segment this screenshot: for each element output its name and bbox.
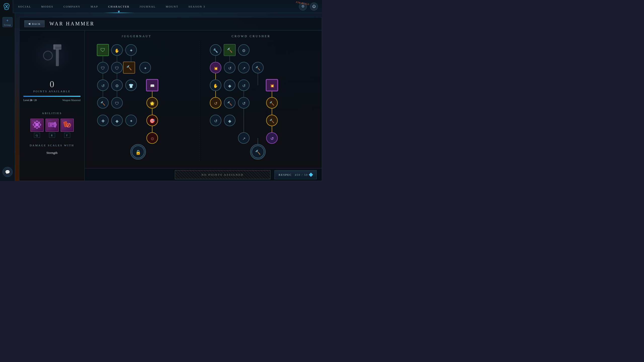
svg-text:🔨: 🔨: [269, 119, 274, 123]
svg-text:↺: ↺: [214, 119, 217, 123]
progress-labels: Level 20 / 20 Weapon Mastered: [23, 99, 80, 102]
ability-slot-f: F: [61, 119, 74, 138]
diamond-icon: [309, 172, 313, 177]
respec-button[interactable]: Respec 450 / 50: [274, 170, 317, 179]
svg-text:⚙: ⚙: [242, 49, 246, 53]
ability-q-symbol: [32, 120, 42, 131]
svg-text:🔧: 🔧: [213, 48, 218, 53]
svg-text:💥: 💥: [270, 84, 274, 88]
svg-text:↺: ↺: [242, 101, 246, 106]
left-panel: 0 POINTS AVAILABLE Level 20 / 20 Weapon …: [19, 30, 85, 181]
svg-text:🔒: 🔒: [135, 150, 141, 155]
back-button[interactable]: ◀ Back: [24, 20, 45, 27]
ability-key-r: R: [49, 133, 55, 138]
abilities-section-title: ABILITIES: [23, 112, 80, 115]
points-available-section: 0 POINTS AVAILABLE Level 20 / 20 Weapon …: [23, 80, 80, 102]
svg-text:✚: ✚: [101, 119, 105, 123]
svg-text:↺: ↺: [270, 137, 274, 141]
points-label: POINTS AVAILABLE: [23, 90, 80, 93]
back-chevron-icon: ◀: [28, 22, 30, 25]
svg-text:🔨: 🔨: [227, 48, 233, 53]
weapon-image: [37, 40, 67, 71]
xp-progress-fill: [23, 96, 80, 97]
ability-slot-r: R: [46, 119, 59, 138]
nav-item-season3[interactable]: SEASON 3: [183, 0, 210, 13]
abilities-row: Q: [23, 119, 80, 138]
svg-text:↺: ↺: [214, 101, 217, 106]
sidebar: + Group 💬: [0, 13, 15, 181]
svg-text:🔨: 🔨: [255, 150, 261, 155]
svg-text:🔨: 🔨: [227, 101, 232, 106]
svg-text:✦: ✦: [130, 119, 133, 123]
main-content: ◀ Back WAR HAMMER: [15, 13, 322, 181]
respec-label: Respec: [279, 173, 292, 176]
crusher-label: CROWD CRUSHER: [184, 34, 318, 38]
ability-slot-q: Q: [30, 119, 44, 138]
svg-text:🛡: 🛡: [101, 66, 105, 70]
svg-text:🔨: 🔨: [255, 66, 260, 71]
svg-text:↗: ↗: [242, 66, 246, 70]
no-points-text: NO POINTS ASSIGNED: [202, 173, 244, 176]
nav-item-map[interactable]: MAP: [86, 0, 103, 13]
nav-item-social[interactable]: SOCIAL: [13, 0, 36, 13]
back-label: Back: [32, 22, 41, 25]
nav-item-character[interactable]: CHARACTER: [103, 0, 135, 13]
svg-text:⊙: ⊙: [151, 137, 154, 141]
svg-rect-5: [53, 44, 55, 50]
bottom-bar: NO POINTS ASSIGNED Respec 450 / 50: [85, 168, 322, 181]
svg-text:🔨: 🔨: [100, 101, 105, 106]
ability-icon-q[interactable]: [30, 119, 44, 132]
svg-text:🛡: 🛡: [115, 101, 119, 106]
ability-key-q: Q: [34, 133, 40, 138]
svg-text:👕: 👕: [129, 83, 134, 88]
no-points-box: NO POINTS ASSIGNED: [175, 170, 270, 179]
svg-text:📖: 📖: [150, 84, 155, 88]
svg-text:↗: ↗: [242, 137, 246, 141]
svg-text:◆: ◆: [115, 119, 119, 123]
tree-labels: JUGGERNAUT CROWD CRUSHER: [89, 34, 318, 38]
nav-item-mount[interactable]: MOUNT: [161, 0, 183, 13]
panel-header: ◀ Back WAR HAMMER: [19, 17, 322, 30]
ability-key-f: F: [64, 133, 70, 138]
ability-icon-r[interactable]: [46, 119, 59, 132]
svg-rect-4: [56, 50, 59, 66]
abilities-section: ABILITIES: [23, 112, 80, 138]
points-number: 0: [23, 80, 80, 89]
svg-text:↺: ↺: [101, 84, 105, 88]
mastered-text: Weapon Mastered: [62, 99, 80, 102]
svg-text:◆: ◆: [228, 84, 231, 88]
weapon-icon-area: [29, 35, 75, 76]
panel-body: 0 POINTS AVAILABLE Level 20 / 20 Weapon …: [19, 30, 322, 181]
damage-section: DAMAGE SCALES WITH Strength: [23, 144, 80, 155]
svg-text:✦: ✦: [129, 48, 133, 53]
content-panel: ◀ Back WAR HAMMER: [19, 17, 322, 181]
nav-item-journal[interactable]: JOURNAL: [135, 0, 161, 13]
ability-icon-f[interactable]: [61, 119, 74, 132]
group-button[interactable]: + Group: [3, 17, 13, 27]
svg-text:💥: 💥: [214, 66, 218, 71]
group-label: Group: [4, 24, 11, 26]
svg-point-6: [43, 51, 52, 60]
damage-value: Strength: [23, 151, 80, 155]
svg-text:◆: ◆: [228, 119, 231, 123]
svg-text:✋: ✋: [114, 48, 119, 53]
ability-r-symbol: [47, 120, 57, 131]
svg-text:🌟: 🌟: [150, 101, 155, 106]
app-logo[interactable]: [0, 0, 13, 13]
svg-text:✦: ✦: [144, 66, 147, 70]
skill-tree-container: 🛡 ✋ ✦ 🔧 🔨: [89, 41, 318, 162]
svg-text:🔨: 🔨: [126, 65, 132, 71]
svg-text:↺: ↺: [228, 66, 231, 70]
ability-f-symbol: [62, 120, 72, 131]
svg-text:↺: ↺: [242, 84, 246, 88]
nav-item-company[interactable]: COMPANY: [58, 0, 86, 13]
power-button[interactable]: ⏻: [310, 3, 318, 11]
panel-title: WAR HAMMER: [50, 21, 95, 27]
svg-point-10: [35, 123, 38, 126]
nav-items-list: SOCIAL MODES COMPANY MAP CHARACTER JOURN…: [13, 0, 299, 13]
level-text: Level 20 / 20: [23, 99, 37, 102]
damage-scales-title: DAMAGE SCALES WITH: [23, 144, 80, 147]
nav-item-modes[interactable]: MODES: [36, 0, 59, 13]
chat-button[interactable]: 💬: [3, 167, 13, 177]
svg-text:🛡: 🛡: [115, 66, 119, 70]
